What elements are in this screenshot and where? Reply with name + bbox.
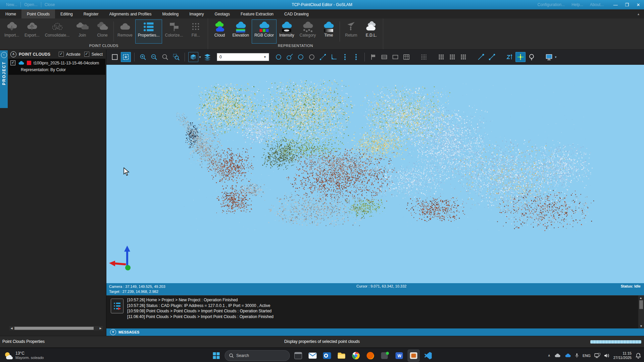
plane-horizontal-button[interactable] — [368, 52, 378, 62]
language-indicator[interactable]: ENG — [583, 354, 591, 358]
properties-button[interactable]: Properties... — [135, 19, 162, 44]
tab-feature-extraction[interactable]: Feature Extraction — [235, 9, 279, 18]
chevron-down-icon[interactable]: ▼ — [263, 55, 266, 59]
teams-taskbar-button[interactable]: W — [393, 350, 405, 362]
cloud-sync-icon[interactable] — [554, 353, 561, 358]
snap-node-button[interactable] — [318, 52, 328, 62]
tab-geotags[interactable]: Geotags — [209, 9, 235, 18]
plane-box-button[interactable] — [390, 52, 400, 62]
maximize-button[interactable]: ❐ — [621, 0, 633, 9]
ortho-point-b-button[interactable] — [351, 52, 361, 62]
tree-item-checkbox[interactable]: ✓ — [10, 60, 15, 65]
draw-circle-2pt-button[interactable] — [307, 52, 317, 62]
tab-alignments-and-profiles[interactable]: Alignments and Profiles — [104, 9, 157, 18]
table-view-button[interactable] — [401, 52, 411, 62]
about-button[interactable]: About... — [587, 2, 607, 7]
section-expander-icon[interactable]: ∧ — [10, 51, 16, 57]
chevron-down-icon[interactable]: ▼ — [554, 56, 557, 59]
tab-imagery[interactable]: Imagery — [184, 9, 209, 18]
tab-modeling[interactable]: Modeling — [157, 9, 184, 18]
messages-bar[interactable]: ∨ MESSAGES — [106, 328, 644, 336]
project-side-tab[interactable]: ‹ PROJECT — [0, 50, 8, 108]
zoom-out-button[interactable] — [149, 52, 159, 62]
cloud-button[interactable]: Cloud — [210, 19, 230, 44]
close-button[interactable]: ✕ — [633, 0, 644, 9]
time-button[interactable]: Time — [318, 19, 339, 44]
open-button[interactable]: Open... — [21, 2, 41, 7]
panel-collapse-icon[interactable]: ‹ — [1, 52, 7, 58]
help-button[interactable]: Help... — [568, 2, 587, 7]
minimize-button[interactable]: — — [610, 0, 621, 9]
e-d-l-button[interactable]: E.D.L. — [361, 19, 381, 44]
ribbon-collapse-icon[interactable]: ▲ — [637, 12, 640, 16]
tab-register[interactable]: Register — [78, 9, 104, 18]
messages-expand-icon[interactable]: ∨ — [110, 329, 116, 335]
weather-widget[interactable]: 13°C Mayorm. soleado — [3, 351, 44, 360]
zoom-selection-button[interactable] — [160, 52, 170, 62]
taskbar-search[interactable]: Search — [225, 350, 290, 361]
tab-editing[interactable]: Editing — [55, 9, 78, 18]
tray-chevron-icon[interactable]: ∧ — [548, 354, 550, 357]
measure-point-b-button[interactable] — [487, 52, 497, 62]
tree-item[interactable]: ✓ t100ipro_2025-11-13-15-46-04colorn — [10, 60, 103, 65]
zoom-in-button[interactable] — [138, 52, 148, 62]
new-button[interactable]: New... — [3, 2, 20, 7]
tab-home[interactable]: Home — [0, 9, 21, 18]
tab-cad-drawing[interactable]: CAD Drawing — [279, 9, 314, 18]
color-swatch[interactable] — [27, 61, 31, 65]
scroll-up-icon[interactable]: ▲ — [639, 296, 643, 300]
draw-circle-center-button[interactable] — [274, 52, 284, 62]
draw-circle-tangent-button[interactable] — [285, 52, 295, 62]
active-value-combobox[interactable]: 0▼ — [217, 53, 269, 61]
firefox-taskbar-button[interactable] — [364, 350, 376, 362]
axis-view-button[interactable] — [515, 52, 526, 62]
ortho-point-a-button[interactable] — [340, 52, 350, 62]
panel-horizontal-scrollbar[interactable]: ◀ ▶ — [9, 326, 103, 330]
viewport-3d[interactable] — [106, 65, 644, 283]
log-scrollbar[interactable]: ▲ ▼ — [638, 296, 644, 328]
cell-points-button[interactable] — [419, 52, 429, 62]
mail-taskbar-button[interactable] — [306, 350, 318, 362]
view-cube-button[interactable] — [188, 52, 198, 62]
intensity-button[interactable]: Intensity — [277, 19, 297, 44]
grid-a-button[interactable] — [436, 52, 446, 62]
zoom-extents-button[interactable] — [171, 52, 181, 62]
grid-c-button[interactable] — [458, 52, 468, 62]
scrollbar-thumb[interactable] — [639, 300, 643, 309]
configuration-button[interactable]: Configuration... — [534, 2, 568, 7]
chrome-taskbar-button[interactable] — [350, 350, 362, 362]
vscode-taskbar-button[interactable] — [422, 350, 434, 362]
display-settings-button[interactable] — [544, 52, 554, 62]
grid-b-button[interactable] — [447, 52, 457, 62]
onedrive-icon[interactable] — [564, 353, 571, 358]
messaging-green-badge-taskbar-button[interactable] — [379, 350, 391, 362]
clock-widget[interactable]: 11:15 27/11/2025 — [613, 351, 632, 360]
select-rectangle-button[interactable] — [110, 52, 120, 62]
file-explorer-taskbar-button[interactable] — [335, 350, 347, 362]
close-project-button[interactable]: Close — [41, 2, 58, 7]
microphone-icon[interactable] — [575, 353, 579, 358]
scroll-right-icon[interactable]: ▶ — [98, 327, 103, 330]
tab-point-clouds[interactable]: Point Clouds — [21, 9, 55, 18]
elevation-button[interactable]: Elevation — [230, 19, 252, 44]
edl-lighting-button[interactable] — [527, 52, 537, 62]
rgb-color-button[interactable]: RGB Color — [252, 19, 277, 44]
speaker-icon[interactable] — [604, 353, 610, 358]
z-axis-up-button[interactable] — [504, 52, 514, 62]
scrollbar-thumb[interactable] — [14, 327, 94, 330]
activate-checkbox[interactable]: ✓ — [59, 52, 64, 57]
outlook-taskbar-button[interactable] — [321, 350, 333, 362]
terminal-taskbar-button[interactable] — [292, 350, 304, 362]
network-display-icon[interactable] — [594, 353, 600, 358]
select-area-button[interactable] — [121, 52, 131, 62]
scroll-down-icon[interactable]: ▼ — [640, 324, 643, 328]
plane-vertical-button[interactable] — [379, 52, 389, 62]
select-checkbox[interactable]: ✓ — [84, 52, 89, 57]
notification-bell-icon[interactable]: z — [635, 353, 641, 359]
draw-circle-3pt-button[interactable] — [296, 52, 306, 62]
right-angle-button[interactable] — [329, 52, 339, 62]
goslam-app-taskbar-button[interactable] — [407, 350, 419, 362]
start-button[interactable] — [210, 350, 222, 362]
measure-point-a-button[interactable] — [476, 52, 486, 62]
chevron-down-icon[interactable]: ▼ — [199, 56, 201, 59]
